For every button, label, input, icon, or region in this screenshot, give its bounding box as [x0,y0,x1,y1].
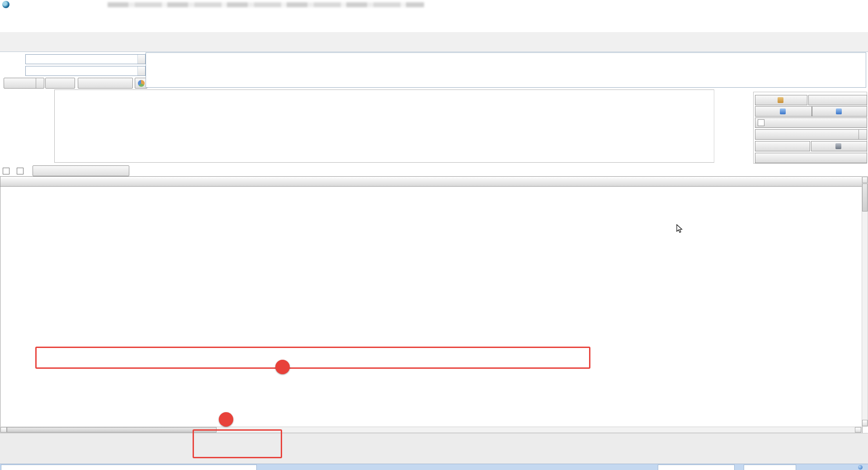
call-ticket-icon [780,108,786,114]
bloquear-desbloquear-top-button[interactable] [78,78,133,89]
annotation-step-6 [219,412,233,427]
meus-proc-aberto-button[interactable] [808,95,867,105]
status-clock-text [744,465,796,470]
schedule-grid [0,176,863,434]
dropdown-arrow-icon[interactable] [137,55,145,64]
action-button-band [0,433,868,464]
tab-strip [0,32,868,52]
chamar-paciente-button[interactable] [812,106,867,117]
toolbar [0,17,868,33]
pie-chart-icon [138,80,145,87]
outras-unidades-checkbox[interactable] [17,168,24,174]
scroll-down-icon[interactable] [862,420,868,426]
app-logo-icon [2,1,9,8]
atestados-button[interactable] [755,118,867,128]
observacoes-textarea[interactable] [146,52,866,88]
close-button[interactable] [844,0,864,9]
call-patient-icon [836,108,842,114]
annotation-step-5 [275,360,290,374]
redacted-title-text [108,2,424,7]
maximize-button[interactable] [822,0,842,9]
imp-etiqueta-button[interactable] [811,141,867,151]
status-bar [0,464,868,470]
v-scroll-thumb[interactable] [862,183,868,212]
status-user-text [1,465,257,470]
atendimentos-ficha-button[interactable] [755,129,867,140]
observacao-do-dia-button[interactable] [33,165,129,176]
vertical-scrollbar[interactable] [862,176,868,427]
chamar-senha-button[interactable] [755,106,812,117]
scroll-right-icon[interactable] [855,427,861,432]
scroll-up-icon[interactable] [862,177,868,183]
menu-bar [0,9,868,17]
recepcao-button[interactable] [755,95,807,105]
title-bar [0,0,868,9]
extra-options-panel [753,89,867,164]
app-window [0,0,868,470]
unidade-select[interactable] [25,54,146,64]
status-started-text [658,465,735,470]
scroll-left-icon[interactable] [0,427,7,432]
pesquisar-button[interactable] [4,78,44,89]
pesquisar-dropdown-icon[interactable] [36,78,44,88]
agenda-select[interactable] [25,66,146,76]
reception-icon [778,97,783,103]
grid-header [0,177,862,187]
calendar-panel [54,89,714,163]
horizontal-scrollbar[interactable] [0,427,862,433]
certificate-icon [758,119,764,126]
dropdown-arrow-icon[interactable] [859,130,867,139]
lancar-procedimentos-button[interactable] [755,153,867,163]
dropdown-arrow-icon[interactable] [137,66,145,75]
filter-row [3,165,129,176]
chat-status-icon[interactable] [858,465,863,470]
mostrar-horarios-checkbox[interactable] [3,168,9,174]
h-scroll-thumb[interactable] [7,427,217,432]
imprimir-button[interactable] [45,78,75,89]
printer-icon [835,143,841,149]
minimize-button[interactable] [799,0,819,9]
triagem-button[interactable] [755,141,810,151]
